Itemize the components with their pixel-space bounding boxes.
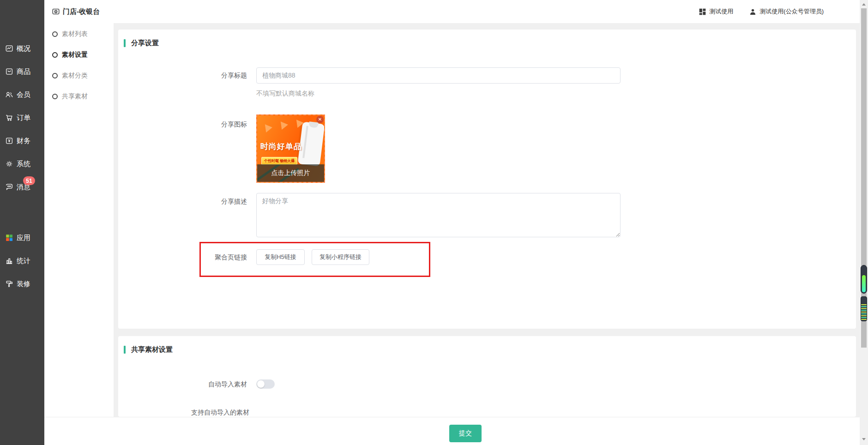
sidebar-spacer: [0, 198, 44, 226]
aggregate-link-label: 聚合页链接: [118, 249, 252, 265]
sidebar-item-orders[interactable]: 订单: [0, 106, 44, 129]
submenu-item-material-list[interactable]: 素材列表: [44, 24, 114, 44]
share-settings-card: 分享设置 分享标题 不填写默认商城名称 分享图标 时尚好单品 个性时髦 畅销火爆…: [118, 30, 856, 329]
upload-overlay-text: 点击上传照片: [257, 164, 324, 182]
image-headline-text: 时尚好单品: [260, 141, 302, 152]
header-user-label: 测试使用(公众号管理员): [760, 7, 824, 16]
header-action-test[interactable]: 测试使用: [699, 7, 733, 16]
material-submenu: 素材列表 素材设置 素材分类 共享素材: [44, 23, 114, 445]
submenu-item-material-settings[interactable]: 素材设置: [44, 44, 114, 65]
circle-icon: [52, 94, 58, 99]
shared-material-card: 共享素材设置 自动导入素材 支持自动导入的素材: [118, 336, 856, 417]
toggle-knob: [257, 380, 265, 388]
share-icon-label: 分享图标: [118, 120, 252, 129]
top-header: 门店-收银台 测试使用 测试使用(公众号管理员): [44, 0, 860, 23]
section-title-share: 分享设置: [124, 39, 159, 48]
cashier-icon: [52, 7, 60, 16]
scroll-down-arrow-icon[interactable]: [862, 438, 866, 440]
submenu-item-label: 素材分类: [62, 72, 88, 80]
decorate-paintroller-icon: [5, 280, 13, 288]
auto-import-toggle[interactable]: [256, 379, 275, 389]
messages-chat-icon: [5, 183, 13, 191]
copy-miniprogram-link-button[interactable]: 复制小程序链接: [312, 249, 369, 265]
goods-box-icon: [5, 67, 13, 76]
sidebar-item-finance[interactable]: 财务: [0, 129, 44, 152]
submenu-item-material-category[interactable]: 素材分类: [44, 65, 114, 86]
sidebar-item-apps[interactable]: 应用: [0, 226, 44, 249]
sidebar-item-goods[interactable]: 商品: [0, 60, 44, 83]
sidebar-item-messages[interactable]: 消息 51: [0, 175, 44, 198]
footer-bar: 提交: [44, 417, 860, 445]
circle-icon: [52, 52, 58, 58]
share-desc-label: 分享描述: [118, 193, 252, 210]
submenu-item-label: 共享素材: [62, 92, 88, 101]
scroll-up-arrow-icon[interactable]: [862, 3, 866, 6]
share-icon-image: 时尚好单品 个性时髦 畅销火爆 点击上传照片: [257, 115, 324, 182]
share-title-input[interactable]: [256, 67, 621, 84]
sidebar-item-label: 应用: [17, 234, 30, 242]
sidebar-item-label: 系统: [17, 160, 30, 168]
section-title-text: 分享设置: [131, 39, 159, 48]
share-desc-textarea[interactable]: 好物分享: [256, 193, 621, 237]
user-icon: [749, 8, 757, 16]
sidebar-item-label: 财务: [17, 137, 30, 145]
support-auto-import-label: 支持自动导入的素材: [118, 409, 249, 417]
members-people-icon: [5, 90, 13, 99]
sidebar-item-label: 装修: [17, 280, 30, 289]
circle-icon: [52, 31, 58, 37]
header-action-label: 测试使用: [709, 7, 733, 16]
overlay-meter-gradient: [861, 265, 867, 294]
copy-h5-link-button[interactable]: 复制H5链接: [256, 249, 305, 265]
sidebar-item-label: 会员: [17, 90, 30, 99]
main-sidebar: 概况 商品 会员 订单 财务 系统 消息 51 应用: [0, 0, 44, 445]
section-title-text: 共享素材设置: [131, 345, 173, 354]
decor-arrow: [281, 120, 289, 130]
sidebar-item-stats[interactable]: 统计: [0, 249, 44, 272]
sidebar-item-label: 商品: [17, 67, 30, 76]
submenu-item-shared-material[interactable]: 共享素材: [44, 86, 114, 107]
remove-image-icon[interactable]: ✕: [316, 116, 324, 123]
header-user-menu[interactable]: 测试使用(公众号管理员): [749, 7, 824, 16]
sidebar-item-label: 概况: [17, 44, 30, 53]
app-root: 概况 商品 会员 订单 财务 系统 消息 51 应用: [0, 0, 868, 445]
submenu-item-label: 素材设置: [62, 51, 88, 59]
sidebar-item-system[interactable]: 系统: [0, 152, 44, 175]
sidebar-item-label: 统计: [17, 257, 30, 265]
image-banner-text: 个性时髦 畅销火爆: [261, 157, 297, 165]
share-title-hint: 不填写默认商城名称: [256, 90, 314, 98]
submenu-item-label: 素材列表: [62, 30, 88, 38]
share-title-label: 分享标题: [118, 67, 252, 84]
page-title: 门店-收银台: [52, 0, 100, 23]
decor-arrow: [265, 123, 273, 132]
stats-barchart-icon: [5, 257, 13, 265]
share-icon-upload[interactable]: 时尚好单品 个性时髦 畅销火爆 点击上传照片 ✕: [256, 114, 325, 183]
overlay-meter-striped: [861, 296, 867, 321]
section-title-shared-material: 共享素材设置: [124, 345, 173, 354]
auto-import-label: 自动导入素材: [118, 379, 252, 389]
sidebar-item-overview[interactable]: 概况: [0, 37, 44, 60]
page-title-text: 门店-收银台: [63, 7, 100, 16]
sidebar-item-decorate[interactable]: 装修: [0, 272, 44, 295]
apps-grid-icon: [5, 234, 13, 242]
finance-money-icon: [5, 137, 13, 145]
section-accent-bar: [124, 346, 126, 354]
submit-button[interactable]: 提交: [449, 425, 482, 442]
header-actions: 测试使用 测试使用(公众号管理员): [699, 0, 824, 23]
page-scrollbar: [860, 0, 868, 445]
layout-grid-icon: [699, 8, 706, 16]
message-count-badge: 51: [23, 176, 35, 185]
meter-fill: [862, 275, 866, 292]
circle-icon: [52, 73, 58, 78]
sidebar-item-label: 订单: [17, 114, 30, 122]
sidebar-item-members[interactable]: 会员: [0, 83, 44, 106]
system-gear-icon: [5, 160, 13, 168]
section-accent-bar: [124, 39, 126, 47]
overview-chart-icon: [5, 44, 13, 53]
orders-cart-icon: [5, 114, 13, 122]
